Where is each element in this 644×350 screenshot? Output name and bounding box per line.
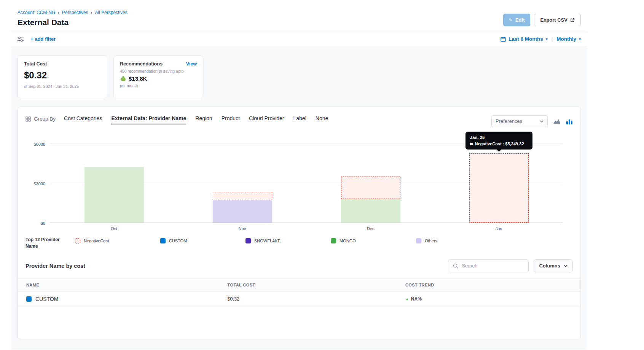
x-axis-label: Dec	[306, 224, 435, 232]
bar-segment-NegativeCost[interactable]	[213, 192, 272, 200]
legend-item-snowflake[interactable]: SNOWFLAKE	[245, 238, 331, 243]
edit-button[interactable]: ✎ Edit	[503, 14, 531, 26]
table-header-cell[interactable]: TOTAL COST	[228, 283, 405, 287]
table-header-row: NAMETOTAL COSTCOST TREND	[18, 278, 580, 291]
recommendations-amount-row: $13.8K	[120, 75, 197, 82]
table-header-cell[interactable]: NAME	[26, 283, 228, 287]
legend-label: SNOWFLAKE	[254, 239, 281, 243]
groupby-tab[interactable]: Cloud Provider	[249, 115, 284, 124]
provider-swatch	[26, 296, 32, 302]
bar-stack[interactable]	[469, 153, 529, 223]
table-row[interactable]: CUSTOM$0.32▲NA%	[18, 291, 580, 307]
export-csv-label: Export CSV	[540, 17, 567, 23]
provider-table: NAMETOTAL COSTCOST TREND CUSTOM$0.32▲NA%	[18, 278, 580, 307]
total-cost-period: of Sep 01, 2024 - Jan 31, 2025	[24, 84, 101, 89]
pencil-icon: ✎	[509, 18, 513, 23]
add-filter-button[interactable]: + add filter	[30, 36, 56, 42]
bar-segment-MONGO[interactable]	[341, 199, 400, 223]
chevron-down-icon	[564, 265, 567, 267]
provider-name: CUSTOM	[35, 296, 58, 302]
breadcrumb-separator-icon: ›	[91, 10, 92, 15]
groupby-tab[interactable]: Cost Categories	[64, 115, 102, 124]
legend-label: NegativeCost	[84, 239, 109, 243]
preferences-dropdown[interactable]: Preferences	[491, 115, 548, 127]
page-title: External Data	[18, 18, 128, 27]
row-cost-trend: ▲NA%	[405, 296, 580, 302]
table-header-cell[interactable]: COST TREND	[405, 283, 580, 287]
bar-segment-SNOWFLAKE[interactable]	[213, 200, 272, 223]
groupby-tabs: Cost CategoriesExternal Data: Provider N…	[64, 115, 328, 124]
bar-slot-dec	[306, 144, 435, 223]
bar-segment-NegativeCost[interactable]	[341, 177, 400, 199]
bar-stack[interactable]	[84, 167, 144, 223]
export-csv-button[interactable]: Export CSV	[534, 14, 581, 26]
groupby-tab[interactable]: External Data: Provider Name	[111, 115, 186, 124]
granularity-dropdown[interactable]: Monthly	[556, 36, 576, 42]
filter-settings-icon[interactable]	[18, 37, 24, 42]
total-cost-card: Total Cost $0.32 of Sep 01, 2024 - Jan 3…	[18, 56, 107, 98]
breadcrumb-item[interactable]: Perspectives	[62, 10, 88, 15]
external-link-icon	[570, 18, 575, 22]
recommendations-cadence: per month	[120, 83, 197, 88]
bar-chart-icon[interactable]	[566, 118, 573, 124]
filter-bar: + add filter Last 6 Months ▾ | Monthly ▾	[11, 31, 587, 47]
search-input[interactable]	[462, 263, 524, 269]
chevron-down-icon	[540, 120, 544, 123]
bar-stack[interactable]	[341, 177, 400, 223]
groupby-tab[interactable]: Label	[293, 115, 306, 124]
chevron-down-icon[interactable]: ▾	[546, 37, 548, 41]
recommendations-head: Recommendations View	[120, 61, 197, 67]
y-axis-tick: $0	[26, 221, 45, 226]
total-cost-label: Total Cost	[24, 61, 101, 67]
legend-swatch	[75, 238, 80, 243]
y-axis-tick: $6000	[26, 142, 45, 146]
recommendations-label: Recommendations	[120, 61, 163, 67]
legend-item-others[interactable]: Others	[416, 238, 501, 243]
area-chart-icon[interactable]	[553, 118, 561, 124]
total-cost-value: $0.32	[24, 70, 101, 81]
groupby-tab[interactable]: Product	[222, 115, 240, 124]
row-total-cost: $0.32	[228, 296, 405, 302]
groupby-tab[interactable]: None	[316, 115, 328, 124]
bar-stack[interactable]	[213, 192, 272, 223]
legend-item-custom[interactable]: CUSTOM	[160, 238, 245, 243]
bar-slot-oct	[50, 144, 178, 223]
search-icon	[453, 263, 458, 269]
breadcrumb-item[interactable]: Account: CCM-NG	[18, 10, 55, 15]
x-axis-label: Jan	[435, 224, 563, 232]
legend-swatch	[245, 238, 251, 243]
recommendations-card: Recommendations View 450 recommendation(…	[113, 56, 203, 98]
legend-item-mongo[interactable]: MONGO	[331, 238, 416, 243]
breadcrumb-item[interactable]: All Perspectives	[95, 10, 127, 15]
legend-item-negativecost[interactable]: NegativeCost	[75, 238, 160, 243]
chart-bars	[50, 144, 563, 223]
groupby-tab[interactable]: Region	[195, 115, 212, 124]
columns-button-label: Columns	[539, 263, 560, 269]
trend-value: NA%	[411, 296, 422, 302]
columns-button[interactable]: Columns	[534, 259, 573, 272]
table-title: Provider Name by cost	[26, 263, 85, 269]
chart-plot: Jan, 25 NegativeCost : $5,249.32	[50, 144, 563, 223]
tooltip-text: NegativeCost : $5,249.32	[475, 142, 524, 146]
chevron-down-icon[interactable]: ▾	[579, 37, 581, 41]
breadcrumb: Account: CCM-NG›Perspectives›All Perspec…	[18, 10, 128, 15]
tooltip-line: NegativeCost : $5,249.32	[470, 142, 528, 146]
perspective-panel: Group By Cost CategoriesExternal Data: P…	[18, 107, 581, 339]
preferences-label: Preferences	[496, 118, 522, 124]
page-content: Total Cost $0.32 of Sep 01, 2024 - Jan 3…	[11, 47, 587, 350]
summary-cards: Total Cost $0.32 of Sep 01, 2024 - Jan 3…	[18, 56, 581, 98]
calendar-icon	[501, 37, 506, 42]
date-range-dropdown[interactable]: Last 6 Months	[509, 36, 543, 42]
recommendations-view-link[interactable]: View	[186, 61, 197, 67]
bar-segment-MONGO[interactable]	[84, 167, 144, 223]
groupby-label: Group By	[34, 116, 56, 122]
y-axis-tick: $3000	[26, 181, 45, 186]
divider: |	[552, 36, 553, 42]
breadcrumb-separator-icon: ›	[58, 10, 59, 15]
bar-segment-NegativeCost[interactable]	[469, 153, 529, 223]
legend-swatch	[416, 238, 421, 243]
edit-button-label: Edit	[515, 17, 525, 23]
groupby-row: Group By Cost CategoriesExternal Data: P…	[26, 115, 573, 127]
table-body: CUSTOM$0.32▲NA%	[18, 291, 580, 307]
legend-swatch	[160, 238, 166, 243]
